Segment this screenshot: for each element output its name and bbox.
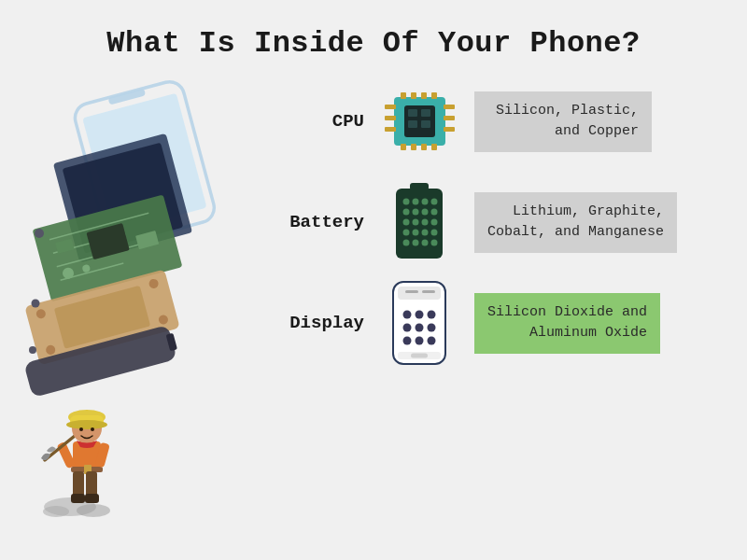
svg-rect-91 — [422, 290, 435, 293]
svg-rect-90 — [405, 290, 418, 293]
page-title: What Is Inside Of Your Phone? — [0, 0, 747, 70]
svg-point-99 — [416, 337, 424, 345]
svg-rect-35 — [85, 494, 99, 503]
svg-point-77 — [422, 219, 429, 226]
svg-point-74 — [431, 209, 438, 216]
svg-point-82 — [431, 230, 438, 236]
cpu-icon — [377, 79, 461, 163]
svg-rect-49 — [431, 92, 437, 99]
svg-point-93 — [416, 311, 424, 319]
svg-rect-58 — [444, 116, 455, 120]
svg-rect-33 — [86, 471, 97, 497]
svg-rect-89 — [398, 287, 441, 300]
svg-rect-54 — [385, 105, 396, 109]
svg-rect-57 — [444, 105, 455, 109]
main-content: CPU — [0, 70, 747, 555]
svg-rect-46 — [401, 92, 406, 99]
svg-point-28 — [43, 506, 69, 517]
svg-point-95 — [403, 324, 412, 332]
svg-point-68 — [413, 199, 419, 205]
svg-rect-64 — [421, 120, 430, 128]
svg-point-69 — [422, 199, 429, 205]
svg-point-97 — [428, 324, 436, 332]
left-panel — [9, 79, 271, 527]
right-panel: CPU — [271, 79, 728, 365]
svg-point-96 — [416, 324, 424, 332]
svg-rect-32 — [73, 471, 84, 497]
battery-label: Battery — [289, 212, 364, 232]
svg-rect-62 — [421, 109, 430, 117]
svg-rect-50 — [401, 144, 406, 150]
cpu-info: Silicon, Plastic, and Copper — [474, 91, 652, 152]
svg-point-80 — [413, 230, 419, 236]
svg-point-92 — [403, 311, 412, 319]
battery-info: Lithium, Graphite, Cobalt, and Manganese — [474, 192, 677, 253]
svg-rect-2 — [107, 88, 146, 105]
svg-point-24 — [32, 300, 40, 308]
svg-point-81 — [422, 230, 429, 236]
svg-rect-59 — [444, 127, 455, 132]
svg-point-71 — [403, 209, 410, 216]
svg-rect-48 — [421, 92, 427, 99]
svg-point-84 — [413, 240, 419, 246]
svg-point-73 — [422, 209, 429, 216]
svg-point-94 — [428, 311, 436, 319]
svg-point-42 — [66, 420, 107, 429]
cpu-row: CPU — [289, 79, 728, 163]
svg-rect-47 — [411, 92, 416, 99]
svg-point-75 — [403, 219, 410, 226]
display-icon — [377, 281, 461, 365]
svg-point-44 — [91, 427, 94, 431]
svg-point-27 — [77, 504, 110, 517]
svg-point-100 — [428, 337, 436, 345]
svg-point-72 — [413, 209, 419, 216]
battery-icon — [377, 180, 461, 264]
svg-point-23 — [35, 229, 44, 238]
display-info: Silicon Dioxide and Aluminum Oxide — [474, 293, 660, 354]
phone-exploded-illustration — [19, 79, 252, 397]
svg-rect-34 — [71, 494, 85, 503]
svg-rect-51 — [411, 144, 416, 150]
svg-rect-61 — [408, 109, 417, 117]
svg-rect-55 — [385, 116, 396, 120]
cpu-label: CPU — [289, 111, 364, 132]
svg-rect-52 — [421, 144, 427, 150]
battery-row: Battery — [289, 180, 728, 264]
svg-point-43 — [79, 427, 83, 431]
miner-figure-illustration — [37, 378, 140, 518]
svg-rect-63 — [408, 120, 417, 128]
svg-point-25 — [29, 346, 36, 354]
svg-point-67 — [403, 199, 410, 205]
display-row: Display — [289, 281, 728, 365]
svg-point-78 — [431, 219, 438, 226]
svg-point-79 — [403, 230, 410, 236]
svg-point-85 — [422, 240, 429, 246]
svg-rect-102 — [411, 354, 428, 358]
svg-point-83 — [403, 240, 410, 246]
svg-rect-53 — [431, 144, 437, 150]
svg-rect-56 — [385, 127, 396, 132]
svg-point-70 — [431, 199, 438, 205]
svg-point-86 — [431, 240, 438, 246]
svg-point-76 — [413, 219, 419, 226]
display-label: Display — [289, 313, 364, 333]
svg-point-98 — [403, 337, 412, 345]
